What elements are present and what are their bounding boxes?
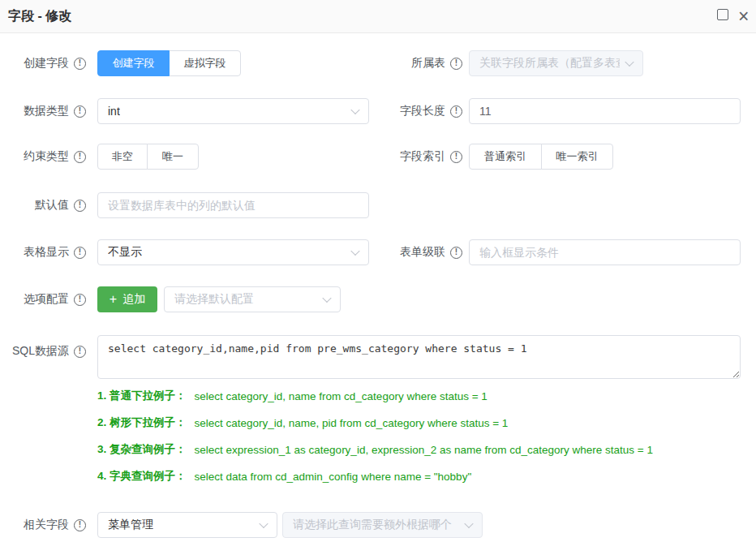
field-label-data-type: 数据类型 ! (0, 98, 86, 124)
info-icon[interactable]: ! (74, 346, 86, 358)
related-field-select[interactable]: 菜单管理 (97, 512, 277, 538)
info-icon[interactable]: ! (74, 58, 86, 70)
field-label-create-field: 创建字段 ! (0, 50, 86, 76)
field-length-input[interactable] (469, 98, 741, 124)
info-icon[interactable]: ! (450, 58, 462, 70)
unique-button[interactable]: 唯一 (147, 144, 199, 170)
default-value-input[interactable] (97, 192, 369, 218)
data-type-select[interactable]: int (97, 98, 369, 124)
plus-icon: + (110, 293, 117, 306)
info-icon[interactable]: ! (450, 247, 462, 259)
chevron-down-icon (625, 58, 634, 67)
field-edit-dialog: 字段 - 修改 × 创建字段 ! 创建字段 虚拟字段 所属表 ! 关联字段所属表… (0, 0, 756, 542)
table-display-select[interactable]: 不显示 (97, 239, 369, 265)
sql-example-1: 1. 普通下拉例子： select category_id, name from… (97, 388, 488, 404)
maximize-icon[interactable] (717, 9, 728, 20)
constraint-toggle-group: 非空 唯一 (97, 144, 199, 170)
field-label-field-index: 字段索引 ! (349, 144, 462, 170)
default-config-select[interactable]: 请选择默认配置 (164, 286, 341, 312)
dialog-header: 字段 - 修改 × (0, 0, 756, 33)
create-field-toggle-group: 创建字段 虚拟字段 (97, 50, 241, 76)
unique-index-button[interactable]: 唯一索引 (541, 144, 613, 170)
info-icon[interactable]: ! (74, 519, 86, 531)
field-label-option-config: 选项配置 ! (0, 286, 86, 312)
field-label-table-of: 所属表 ! (349, 50, 462, 76)
not-null-button[interactable]: 非空 (97, 144, 148, 170)
info-icon[interactable]: ! (74, 247, 86, 259)
field-label-related-field: 相关字段 ! (0, 512, 86, 538)
sql-example-2: 2. 树形下拉例子： select category_id, name, pid… (97, 415, 508, 431)
info-icon[interactable]: ! (74, 151, 86, 163)
dialog-title: 字段 - 修改 (8, 0, 71, 32)
create-field-option-button[interactable]: 创建字段 (97, 50, 170, 76)
info-icon[interactable]: ! (74, 200, 86, 212)
info-icon[interactable]: ! (74, 294, 86, 306)
field-index-toggle-group: 普通索引 唯一索引 (469, 144, 613, 170)
field-label-constraint: 约束类型 ! (0, 144, 86, 170)
info-icon[interactable]: ! (450, 151, 462, 163)
append-option-button[interactable]: + 追加 (97, 286, 157, 312)
sql-source-textarea[interactable]: select category_id,name,pid from pre_wms… (97, 335, 741, 379)
form-cascade-input[interactable] (469, 239, 741, 265)
field-label-field-length: 字段长度 ! (349, 98, 462, 124)
chevron-down-icon (259, 519, 268, 528)
sql-example-3: 3. 复杂查询例子： select expression_1 as catego… (97, 441, 653, 458)
info-icon[interactable]: ! (450, 105, 462, 118)
virtual-field-option-button[interactable]: 虚拟字段 (169, 50, 241, 76)
field-label-form-cascade: 表单级联 ! (349, 239, 462, 265)
chevron-down-icon (322, 294, 331, 303)
related-query-select[interactable]: 请选择此查询需要额外根据哪个 (282, 512, 483, 538)
table-of-select[interactable]: 关联字段所属表（配置多表查询） (469, 50, 643, 76)
close-icon[interactable]: × (738, 3, 749, 29)
field-label-sql-source: SQL数据源 ! (0, 338, 86, 364)
field-label-table-display: 表格显示 ! (0, 239, 86, 265)
sql-example-4: 4. 字典查询例子： select data from cd_admin_con… (97, 468, 471, 484)
field-label-default-value: 默认值 ! (0, 192, 86, 218)
chevron-down-icon (464, 519, 473, 528)
info-icon[interactable]: ! (74, 105, 86, 118)
normal-index-button[interactable]: 普通索引 (469, 144, 542, 170)
